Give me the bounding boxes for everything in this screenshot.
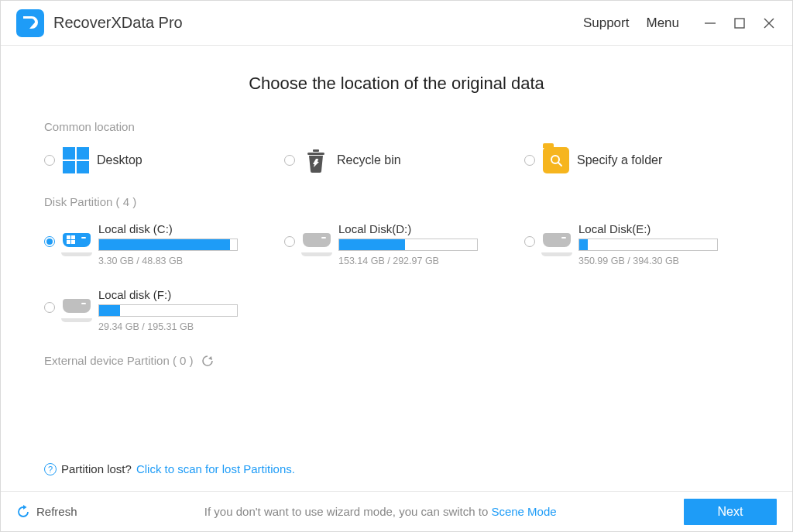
titlebar: RecoverXData Pro Support Menu — [1, 1, 792, 46]
disk-f[interactable]: Local disk (F:) 29.34 GB / 195.31 GB — [44, 288, 269, 332]
section-partition-label: Disk Partition ( 4 ) — [44, 195, 749, 208]
radio-desktop[interactable] — [44, 155, 55, 166]
common-locations-row: Desktop Recycle bin Specify a folder — [44, 147, 749, 173]
radio-disk-d[interactable] — [284, 236, 295, 247]
disk-name: Local Disk(D:) — [338, 222, 509, 235]
support-link[interactable]: Support — [583, 15, 630, 31]
svg-rect-5 — [313, 149, 319, 152]
radio-folder[interactable] — [524, 155, 535, 166]
location-label: Desktop — [97, 153, 142, 167]
location-specify-folder[interactable]: Specify a folder — [524, 147, 749, 173]
disk-row-2: Local disk (F:) 29.34 GB / 195.31 GB — [44, 288, 749, 332]
refresh-icon[interactable] — [201, 355, 214, 367]
scene-mode-link[interactable]: Scene Mode — [491, 505, 556, 518]
disk-e[interactable]: Local Disk(E:) 350.99 GB / 394.30 GB — [524, 222, 749, 266]
svg-rect-4 — [307, 153, 324, 155]
radio-disk-f[interactable] — [44, 302, 55, 313]
app-window: RecoverXData Pro Support Menu Choose the… — [0, 0, 793, 532]
app-title: RecoverXData Pro — [53, 14, 183, 32]
location-desktop[interactable]: Desktop — [44, 147, 269, 173]
svg-line-7 — [558, 163, 561, 166]
maximize-button[interactable] — [732, 15, 747, 31]
disk-name: Local disk (F:) — [98, 288, 269, 301]
close-button[interactable] — [761, 15, 777, 31]
radio-disk-c[interactable] — [44, 236, 55, 247]
svg-rect-1 — [735, 19, 744, 28]
refresh-icon — [16, 505, 30, 519]
refresh-label: Refresh — [36, 505, 77, 518]
logo-icon — [21, 14, 39, 33]
page-title: Choose the location of the original data — [44, 74, 749, 94]
usage-bar — [98, 239, 238, 251]
disk-size: 153.14 GB / 292.97 GB — [338, 256, 509, 266]
refresh-button[interactable]: Refresh — [16, 505, 77, 519]
disk-name: Local disk (C:) — [98, 222, 269, 235]
main-content: Choose the location of the original data… — [1, 46, 792, 491]
location-label: Specify a folder — [577, 153, 662, 167]
location-label: Recycle bin — [337, 153, 401, 167]
disk-d[interactable]: Local Disk(D:) 153.14 GB / 292.97 GB — [284, 222, 509, 266]
usage-fill — [99, 239, 230, 250]
scan-lost-partitions-link[interactable]: Click to scan for lost Partitions. — [136, 462, 295, 475]
section-external-label: External device Partition ( 0 ) — [44, 354, 194, 367]
usage-fill — [99, 305, 120, 316]
section-external: External device Partition ( 0 ) — [44, 354, 749, 367]
windows-icon — [63, 147, 89, 173]
radio-disk-e[interactable] — [524, 236, 535, 247]
window-controls — [702, 15, 777, 31]
recycle-bin-icon — [303, 147, 329, 173]
footer-text-before: If you don't want to use wizard mode, yo… — [204, 505, 492, 518]
section-common-label: Common location — [44, 120, 749, 133]
footer-text: If you don't want to use wizard mode, yo… — [77, 505, 684, 518]
app-logo — [16, 9, 44, 37]
disk-size: 29.34 GB / 195.31 GB — [98, 321, 269, 332]
usage-bar — [338, 239, 478, 251]
folder-search-icon — [543, 147, 569, 173]
usage-bar — [578, 239, 718, 251]
partition-lost-hint: ? Partition lost? Click to scan for lost… — [44, 462, 295, 475]
minimize-button[interactable] — [702, 15, 718, 31]
disk-size: 350.99 GB / 394.30 GB — [578, 256, 749, 266]
drive-icon — [303, 233, 331, 255]
disk-size: 3.30 GB / 48.83 GB — [98, 256, 269, 266]
next-button[interactable]: Next — [684, 499, 777, 525]
disk-name: Local Disk(E:) — [578, 222, 749, 235]
drive-icon — [63, 299, 91, 321]
drive-icon — [63, 233, 91, 255]
usage-fill — [579, 239, 588, 250]
usage-fill — [339, 239, 405, 250]
hint-text: Partition lost? — [61, 462, 132, 475]
radio-recycle[interactable] — [284, 155, 295, 166]
disk-c[interactable]: Local disk (C:) 3.30 GB / 48.83 GB — [44, 222, 269, 266]
disk-row-1: Local disk (C:) 3.30 GB / 48.83 GB Local… — [44, 222, 749, 266]
usage-bar — [98, 304, 238, 317]
menu-link[interactable]: Menu — [646, 15, 679, 31]
footer: Refresh If you don't want to use wizard … — [1, 491, 792, 531]
location-recycle-bin[interactable]: Recycle bin — [284, 147, 509, 173]
drive-icon — [543, 233, 571, 255]
help-icon: ? — [44, 463, 57, 475]
